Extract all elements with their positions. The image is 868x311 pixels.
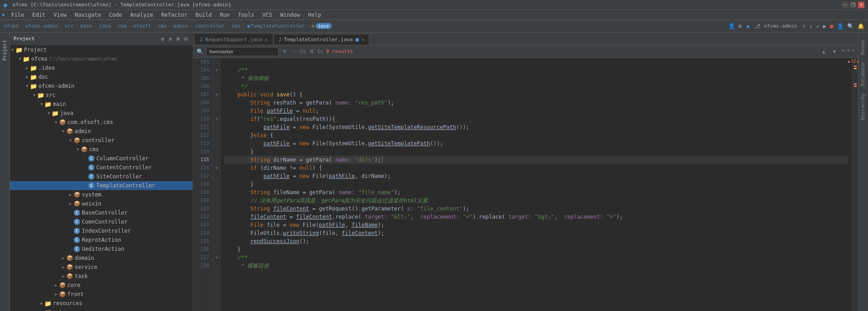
code-content[interactable]: /** * 保存模板 */ public void save() { Strin…: [221, 58, 852, 311]
stop-icon[interactable]: ■: [830, 23, 833, 29]
search-up-button[interactable]: ▲: [819, 48, 828, 56]
breadcrumb-com[interactable]: com: [118, 23, 127, 29]
tree-item-doc[interactable]: ▶ 📁 doc: [10, 72, 193, 81]
breadcrumb-src[interactable]: src: [65, 23, 74, 29]
sidebar-layout-icon[interactable]: ≡: [167, 35, 173, 43]
tree-item-main[interactable]: ▼ 📁 main: [10, 100, 193, 109]
tree-item-resources[interactable]: ▶ 📁 resources: [10, 299, 193, 308]
vcs2-icon[interactable]: ✓: [816, 23, 819, 29]
menu-run[interactable]: Run: [217, 11, 234, 19]
tree-item-system[interactable]: ▶ 📦 system: [10, 190, 193, 199]
fold-127[interactable]: ▼: [213, 254, 220, 262]
breadcrumb-ofcms[interactable]: ofcms: [4, 23, 19, 29]
menu-navigate[interactable]: Navigate: [71, 11, 104, 19]
tree-item-ReprotAction[interactable]: ▶ C ReprotAction: [10, 235, 193, 244]
restore-button[interactable]: ❐: [850, 2, 856, 8]
tab-close-RequestSupport[interactable]: ✕: [265, 37, 268, 42]
search-cc2-btn[interactable]: Cc: [317, 48, 323, 54]
tree-item-front[interactable]: ▶ 📦 front: [10, 290, 193, 299]
sidebar-collapse-icon[interactable]: ⊟: [183, 35, 189, 43]
maven-tab[interactable]: Maven: [859, 36, 868, 58]
tree-item-ofcms-admin[interactable]: ▼ 📁 ofcms-admin: [10, 81, 193, 91]
vcs-icon[interactable]: ⎇: [754, 23, 760, 29]
tree-item-ComnController[interactable]: ▶ C ComnController: [10, 217, 193, 226]
notification-icon[interactable]: 🔔: [858, 23, 864, 29]
tree-item-ofcms[interactable]: ▼ 📁 ofcms C:\Tools\enviroment\ofcms: [10, 54, 193, 63]
search-icon[interactable]: 🔍: [847, 23, 854, 29]
sync-icon[interactable]: ↑: [802, 23, 806, 29]
terminal-icon[interactable]: ▶: [823, 23, 826, 29]
breadcrumb-cms[interactable]: cms: [158, 23, 167, 29]
tree-item-webapp[interactable]: ▶ 📁 webapp: [10, 308, 193, 311]
breadcrumb-ofsoft[interactable]: ofsoft: [133, 23, 151, 29]
search-down-button[interactable]: ▼: [830, 48, 839, 56]
tree-item-ContentController[interactable]: ▶ C ContentController: [10, 163, 193, 172]
error-marker-2: [854, 83, 857, 85]
tab-TemplateController[interactable]: J TemplateController.java ✕: [274, 34, 369, 45]
search-cc-btn[interactable]: Cc: [300, 48, 306, 54]
minimize-button[interactable]: ─: [842, 2, 848, 8]
tree-item-TemplateController[interactable]: ▶ C TemplateController: [10, 181, 193, 190]
tree-item-IndexController[interactable]: ▶ C IndexController: [10, 226, 193, 235]
search-word-btn[interactable]: W: [310, 48, 313, 54]
tab-close-TemplateController[interactable]: ✕: [362, 37, 364, 42]
close-button[interactable]: ✕: [858, 2, 864, 8]
sidebar-gear-icon[interactable]: ⚙: [160, 35, 165, 43]
menu-vcs[interactable]: VCS: [259, 11, 276, 19]
tree-item-controller[interactable]: ▼ 📦 controller: [10, 136, 193, 145]
tree-item-admin[interactable]: ▼ 📦 admin: [10, 127, 193, 136]
settings-icon[interactable]: ⚙: [739, 23, 742, 29]
breadcrumb-main[interactable]: main: [80, 23, 93, 29]
tree-item-SiteController[interactable]: ▶ C SiteController: [10, 172, 193, 181]
tree-item-domain[interactable]: ▶ 📦 domain: [10, 254, 193, 263]
tree-item-service[interactable]: ▶ 📦 service: [10, 263, 193, 272]
tree-item-idea[interactable]: ▶ 📁 .idea: [10, 63, 193, 72]
tree-item-ColumnController[interactable]: ▶ C ColumnController: [10, 154, 193, 163]
user-icon[interactable]: 👤: [728, 23, 735, 29]
tree-item-src[interactable]: ▼ 📁 src: [10, 91, 193, 100]
menu-window[interactable]: Window: [277, 11, 303, 19]
project-tab[interactable]: Project: [0, 36, 9, 64]
tree-item-weixin[interactable]: ▶ 📦 weixin: [10, 199, 193, 208]
tree-item-core[interactable]: ▶ 📦 core: [10, 281, 193, 290]
profile-icon[interactable]: 👤: [837, 23, 844, 29]
breadcrumb-admin[interactable]: admin: [173, 23, 188, 29]
menu-edit[interactable]: Edit: [29, 11, 49, 19]
sidebar-expand-icon[interactable]: ⊞: [175, 35, 181, 43]
database-tab[interactable]: Database: [859, 58, 868, 90]
breadcrumb-java[interactable]: java: [99, 23, 111, 29]
search-options-button[interactable]: ⋯: [290, 48, 297, 54]
breadcrumb-ofcms-admin[interactable]: ofcms-admin: [25, 23, 58, 29]
tree-item-task[interactable]: ▶ 📦 task: [10, 272, 193, 281]
search-prev-button[interactable]: ✕: [281, 48, 288, 54]
menu-build[interactable]: Build: [192, 11, 215, 19]
menu-code[interactable]: Code: [105, 11, 126, 19]
tab-RequestSupport[interactable]: J RequestSupport.java ✕: [195, 34, 273, 45]
tree-item-UeditorAction[interactable]: ▶ C UeditorAction: [10, 244, 193, 254]
fold-116[interactable]: ▼: [213, 164, 220, 172]
menu-refactor[interactable]: Refactor: [158, 11, 191, 19]
breadcrumb-cms-pkg[interactable]: cms: [231, 23, 241, 29]
tree-item-project[interactable]: ▼ 📁 Project: [10, 45, 193, 54]
title-bar-controls[interactable]: ─ ❐ ✕: [842, 2, 864, 8]
fold-104[interactable]: ▼: [213, 66, 220, 74]
hierarchy-tab[interactable]: Hierarchy: [859, 90, 868, 124]
menu-help[interactable]: Help: [304, 11, 325, 19]
code-editor[interactable]: 103 104 105 106 107 108 109 110 111 112 …: [193, 58, 858, 311]
breadcrumb-templatecontroller[interactable]: TemplateController: [251, 23, 305, 29]
tree-item-cms-pkg[interactable]: ▼ 📦 cms: [10, 145, 193, 154]
pull-icon[interactable]: ↓: [809, 23, 812, 29]
breadcrumb-controller[interactable]: controller: [195, 23, 225, 29]
save-badge[interactable]: save: [316, 23, 332, 29]
menu-view[interactable]: View: [50, 11, 70, 19]
tree-item-java[interactable]: ▼ 📁 java: [10, 109, 193, 118]
menu-tools[interactable]: Tools: [234, 11, 258, 19]
menu-analyze[interactable]: Analyze: [127, 11, 157, 19]
search-input[interactable]: [206, 47, 278, 56]
fold-110[interactable]: ▼: [213, 115, 220, 123]
tree-item-com[interactable]: ▼ 📦 com.ofsoft.cms: [10, 118, 193, 127]
tree-item-BaseController[interactable]: ▶ C BaseController: [10, 208, 193, 217]
fold-107[interactable]: ▼: [213, 91, 220, 99]
search-close-icon[interactable]: ✕: [852, 48, 854, 56]
menu-file[interactable]: File: [8, 11, 28, 19]
